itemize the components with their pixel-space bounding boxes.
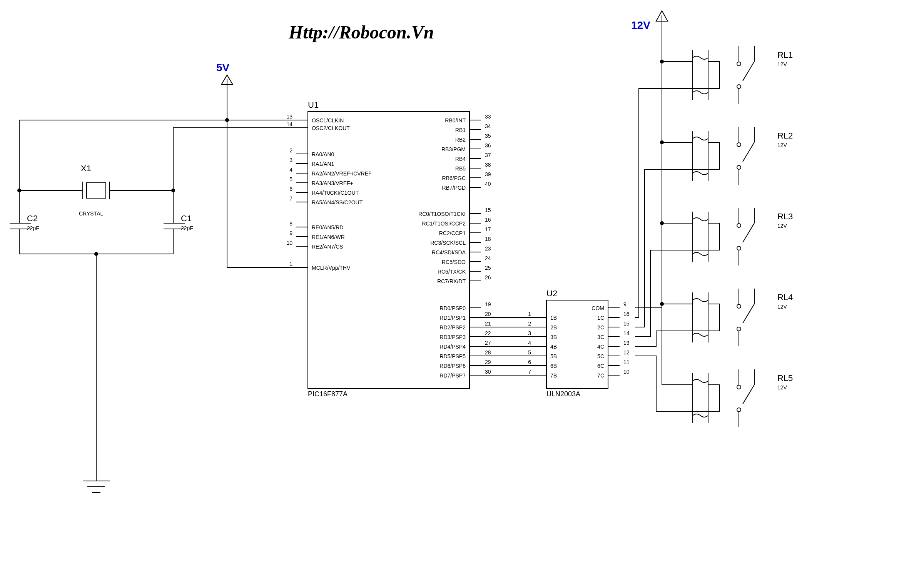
svg-point-31 xyxy=(171,189,175,192)
svg-text:36: 36 xyxy=(485,142,491,149)
u1-chip: U1 PIC16F877A 13OSC1/CLKIN 14OSC2/CLKOUT… xyxy=(286,100,491,398)
svg-text:2: 2 xyxy=(289,147,292,154)
svg-text:6C: 6C xyxy=(597,363,604,369)
svg-text:12V: 12V xyxy=(777,223,787,229)
svg-text:13: 13 xyxy=(623,340,630,346)
svg-text:13: 13 xyxy=(286,114,292,120)
label-5v: 5V xyxy=(216,62,230,73)
svg-text:4B: 4B xyxy=(550,344,557,350)
svg-text:8: 8 xyxy=(289,220,292,227)
u1-ref: U1 xyxy=(308,100,319,110)
svg-text:RE1/AN6/WR: RE1/AN6/WR xyxy=(312,234,345,240)
svg-text:15: 15 xyxy=(623,321,630,327)
crystal-section: X1 CRYSTAL C2 22pF C1 22pF xyxy=(10,120,296,493)
svg-text:RL3: RL3 xyxy=(777,212,793,221)
svg-text:RC6/TX/CK: RC6/TX/CK xyxy=(438,269,466,275)
svg-text:9: 9 xyxy=(289,230,292,236)
svg-text:10: 10 xyxy=(286,240,292,246)
relay-rl3: RL3 12V xyxy=(662,208,793,265)
svg-text:OSC2/CLKOUT: OSC2/CLKOUT xyxy=(312,125,350,131)
svg-line-241 xyxy=(743,304,754,323)
svg-text:40: 40 xyxy=(485,181,491,187)
svg-text:22pF: 22pF xyxy=(27,225,39,231)
label-12v: 12V xyxy=(631,19,650,31)
cap-c2: C2 22pF xyxy=(10,190,39,254)
svg-text:RC4/SDI/SDA: RC4/SDI/SDA xyxy=(432,249,466,255)
svg-text:RE2/AN7/CS: RE2/AN7/CS xyxy=(312,244,343,250)
svg-text:16: 16 xyxy=(485,217,491,223)
svg-text:19: 19 xyxy=(485,301,491,307)
svg-rect-8 xyxy=(87,183,106,198)
svg-text:10: 10 xyxy=(623,369,630,375)
svg-text:22: 22 xyxy=(485,330,491,336)
svg-text:7: 7 xyxy=(289,195,292,202)
svg-point-206 xyxy=(737,62,741,66)
power-12v: 12V xyxy=(631,11,668,37)
schematic-canvas: Http://Robocon.Vn 5V 12V X1 CRYSTAL C2 2… xyxy=(0,0,924,566)
svg-text:RC1/T1OSI/CCP2: RC1/T1OSI/CCP2 xyxy=(422,220,466,227)
svg-text:RD5/PSP5: RD5/PSP5 xyxy=(439,353,466,359)
svg-text:3B: 3B xyxy=(550,334,557,340)
svg-text:21: 21 xyxy=(485,321,491,327)
svg-text:12V: 12V xyxy=(777,142,787,148)
svg-text:RC2/CCP1: RC2/CCP1 xyxy=(439,230,466,236)
relay-rl5: RL5 12V xyxy=(662,369,793,427)
svg-text:RC3/SCK/SCL: RC3/SCK/SCL xyxy=(430,240,466,246)
svg-text:RL5: RL5 xyxy=(777,373,793,383)
svg-text:7B: 7B xyxy=(550,372,557,379)
svg-text:RD6/PSP6: RD6/PSP6 xyxy=(439,363,466,369)
relay-rl2: RL2 12V xyxy=(662,127,793,185)
svg-text:RL4: RL4 xyxy=(777,292,793,302)
svg-text:30: 30 xyxy=(485,369,491,375)
svg-text:5B: 5B xyxy=(550,353,557,359)
svg-text:34: 34 xyxy=(485,123,491,129)
svg-text:15: 15 xyxy=(485,207,491,213)
svg-point-239 xyxy=(737,304,741,308)
svg-text:RA0/AN0: RA0/AN0 xyxy=(312,151,334,157)
svg-point-217 xyxy=(737,143,741,147)
svg-text:RA1/AN1: RA1/AN1 xyxy=(312,161,334,167)
crystal-ref: X1 xyxy=(81,164,91,173)
svg-point-142 xyxy=(225,118,229,122)
svg-point-220 xyxy=(737,165,741,169)
svg-text:7: 7 xyxy=(528,369,531,375)
svg-text:RC0/T1OSO/T1CKI: RC0/T1OSO/T1CKI xyxy=(418,211,466,217)
svg-text:RB5: RB5 xyxy=(455,165,466,172)
svg-text:14: 14 xyxy=(286,121,292,127)
svg-text:2: 2 xyxy=(528,321,531,327)
svg-text:27: 27 xyxy=(485,340,491,346)
svg-text:14: 14 xyxy=(623,330,630,336)
svg-text:1C: 1C xyxy=(597,315,604,321)
svg-point-242 xyxy=(737,327,741,331)
svg-text:4: 4 xyxy=(289,167,292,173)
svg-text:RB7/PGD: RB7/PGD xyxy=(442,185,466,191)
svg-text:RD1/PSP1: RD1/PSP1 xyxy=(439,315,466,321)
svg-text:23: 23 xyxy=(485,245,491,252)
svg-text:5: 5 xyxy=(528,349,531,356)
svg-line-208 xyxy=(743,62,754,81)
svg-text:2C: 2C xyxy=(597,324,604,331)
svg-text:RL1: RL1 xyxy=(777,50,793,60)
svg-text:26: 26 xyxy=(485,274,491,280)
svg-text:RE0/AN5/RD: RE0/AN5/RD xyxy=(312,224,343,230)
svg-text:3: 3 xyxy=(528,330,531,336)
svg-line-230 xyxy=(743,223,754,242)
u2-ref: U2 xyxy=(546,289,557,298)
svg-text:25: 25 xyxy=(485,265,491,271)
svg-text:COM: COM xyxy=(591,305,604,311)
cap-c1: C1 22pF xyxy=(164,190,193,254)
svg-text:9: 9 xyxy=(623,301,627,307)
svg-text:4: 4 xyxy=(528,340,531,346)
svg-text:5: 5 xyxy=(289,176,292,182)
svg-text:28: 28 xyxy=(485,349,491,356)
svg-text:MCLR/Vpp/THV: MCLR/Vpp/THV xyxy=(312,265,351,271)
u1-part: PIC16F877A xyxy=(308,390,348,398)
svg-text:33: 33 xyxy=(485,114,491,120)
svg-text:1B: 1B xyxy=(550,315,557,321)
svg-text:RL2: RL2 xyxy=(777,131,793,140)
svg-text:11: 11 xyxy=(623,359,630,365)
svg-text:12V: 12V xyxy=(777,304,787,310)
svg-point-253 xyxy=(737,408,741,412)
svg-text:18: 18 xyxy=(485,236,491,242)
svg-text:35: 35 xyxy=(485,133,491,139)
